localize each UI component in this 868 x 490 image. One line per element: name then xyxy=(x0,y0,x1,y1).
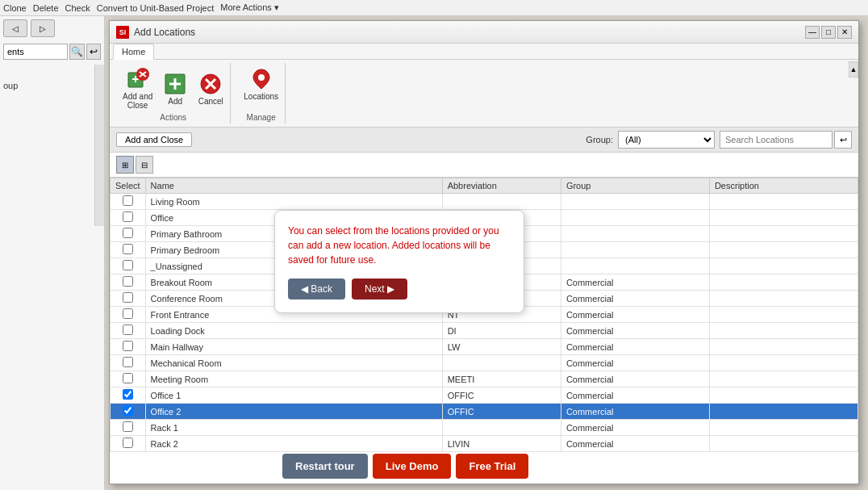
cancel-ribbon-btn[interactable]: Cancel xyxy=(194,69,227,107)
row-checkbox-cell xyxy=(111,274,146,291)
sidebar-search-btn[interactable]: 🔍 xyxy=(69,44,85,60)
toolbar-more-actions[interactable]: More Actions ▾ xyxy=(220,2,279,13)
add-and-close-toolbar-btn[interactable]: Add and Close xyxy=(116,132,192,147)
row-group xyxy=(561,226,709,242)
row-checkbox[interactable] xyxy=(123,308,133,319)
search-undo-btn[interactable]: ↩ xyxy=(834,131,852,149)
add-ribbon-btn[interactable]: Add xyxy=(159,69,191,107)
toolbar-check[interactable]: Check xyxy=(65,3,90,13)
tooltip-back-btn[interactable]: ◀ Back xyxy=(288,279,345,299)
search-input[interactable] xyxy=(720,131,833,149)
row-checkbox[interactable] xyxy=(123,211,133,222)
sidebar-undo-btn[interactable]: ↩ xyxy=(86,44,102,60)
dialog-title-icon: SI xyxy=(116,26,129,39)
group-select[interactable]: (All) xyxy=(618,131,715,149)
ribbon-buttons-manage: Locations xyxy=(240,65,282,103)
table-row[interactable]: Mechanical RoomCommercial xyxy=(111,355,858,371)
add-icon xyxy=(162,71,188,97)
row-checkbox[interactable] xyxy=(123,341,133,351)
row-name: Rear Entrance xyxy=(145,452,442,453)
toolbar-left: Add and Close xyxy=(116,132,192,147)
row-checkbox[interactable] xyxy=(123,325,133,335)
row-group xyxy=(561,194,709,210)
table-row[interactable]: Meeting RoomMEETICommercial xyxy=(111,371,858,387)
row-abbr xyxy=(442,194,561,210)
row-name: Loading Dock xyxy=(145,323,442,339)
live-demo-btn[interactable]: Live Demo xyxy=(373,454,452,479)
row-group: Commercial xyxy=(561,404,709,420)
row-checkbox-cell xyxy=(111,387,146,404)
row-checkbox[interactable] xyxy=(123,228,133,238)
manage-group-label: Manage xyxy=(247,113,276,122)
row-group: Commercial xyxy=(561,420,709,436)
row-desc xyxy=(709,291,858,307)
ribbon-collapse-btn[interactable]: ▲ xyxy=(849,61,858,77)
row-desc xyxy=(709,355,858,371)
tooltip-popup: You can select from the locations provid… xyxy=(274,210,524,313)
col-name: Name xyxy=(145,178,442,194)
table-row[interactable]: Office 1OFFICCommercial xyxy=(111,387,858,404)
toolbar-clone[interactable]: Clone xyxy=(3,3,27,13)
row-name: Living Room xyxy=(145,194,442,210)
row-checkbox[interactable] xyxy=(123,244,133,254)
row-checkbox[interactable] xyxy=(123,276,133,287)
row-group: Commercial xyxy=(561,452,709,453)
row-checkbox-cell xyxy=(111,355,146,371)
locations-ribbon-btn[interactable]: Locations xyxy=(240,65,282,103)
sidebar-search-input[interactable] xyxy=(3,44,68,60)
add-and-close-ribbon-btn[interactable]: Add andClose xyxy=(119,65,156,111)
toolbar-convert[interactable]: Convert to Unit-Based Project xyxy=(97,3,215,13)
table-row[interactable]: Main HallwayLWCommercial xyxy=(111,339,858,355)
row-desc xyxy=(709,420,858,436)
dialog-maximize-btn[interactable]: □ xyxy=(821,26,836,39)
row-group xyxy=(561,242,709,258)
row-checkbox[interactable] xyxy=(123,260,133,270)
row-group: Commercial xyxy=(561,436,709,452)
sidebar-scrollbar[interactable] xyxy=(94,65,104,226)
free-trial-btn[interactable]: Free Trial xyxy=(456,454,528,479)
list-view-btn[interactable]: ⊞ xyxy=(116,156,134,174)
row-abbr: LW xyxy=(442,339,561,355)
ribbon: Home xyxy=(110,44,858,128)
row-checkbox[interactable] xyxy=(123,405,133,416)
row-group: Commercial xyxy=(561,355,709,371)
toolbar-delete[interactable]: Delete xyxy=(33,3,59,13)
row-checkbox[interactable] xyxy=(123,438,133,448)
dialog-minimize-btn[interactable]: — xyxy=(805,26,820,39)
locations-icon xyxy=(248,66,274,92)
table-row[interactable]: Office 2OFFICCommercial xyxy=(111,404,858,420)
table-row[interactable]: Rear EntranceREARCommercial xyxy=(111,452,858,453)
row-checkbox[interactable] xyxy=(123,292,133,303)
table-row[interactable]: Rack 2LIVINCommercial xyxy=(111,436,858,452)
row-group: Commercial xyxy=(561,371,709,387)
row-checkbox[interactable] xyxy=(123,357,133,367)
row-abbr: LIVIN xyxy=(442,436,561,452)
search-area: ↩ xyxy=(720,131,852,149)
sidebar-btn-1[interactable]: ◁ xyxy=(3,19,27,37)
row-abbr xyxy=(442,355,561,371)
row-checkbox[interactable] xyxy=(123,389,133,400)
tooltip-buttons: ◀ Back Next ▶ xyxy=(288,279,511,299)
row-checkbox[interactable] xyxy=(123,421,133,432)
content-area: ⊞ ⊟ Select Name Abbreviation Group Descr… xyxy=(110,153,858,484)
row-checkbox-cell xyxy=(111,194,146,210)
row-checkbox[interactable] xyxy=(123,195,133,206)
dialog-close-btn[interactable]: ✕ xyxy=(837,26,852,39)
table-row[interactable]: Loading DockDICommercial xyxy=(111,323,858,339)
row-checkbox[interactable] xyxy=(123,373,133,383)
locations-btn-label: Locations xyxy=(244,92,278,101)
table-row[interactable]: Rack 1Commercial xyxy=(111,420,858,436)
ribbon-tab-home[interactable]: Home xyxy=(113,44,154,60)
row-desc xyxy=(709,210,858,226)
col-desc: Description xyxy=(709,178,858,194)
row-checkbox-cell xyxy=(111,339,146,355)
table-row[interactable]: Living Room xyxy=(111,194,858,210)
grid-view-btn[interactable]: ⊟ xyxy=(136,156,153,174)
cancel-btn-label: Cancel xyxy=(198,97,223,106)
row-checkbox-cell xyxy=(111,210,146,226)
sidebar-btn-2[interactable]: ▷ xyxy=(31,19,55,37)
restart-tour-btn[interactable]: Restart tour xyxy=(282,454,368,479)
row-abbr: MEETI xyxy=(442,371,561,387)
tooltip-next-btn[interactable]: Next ▶ xyxy=(352,279,407,299)
row-desc xyxy=(709,307,858,323)
